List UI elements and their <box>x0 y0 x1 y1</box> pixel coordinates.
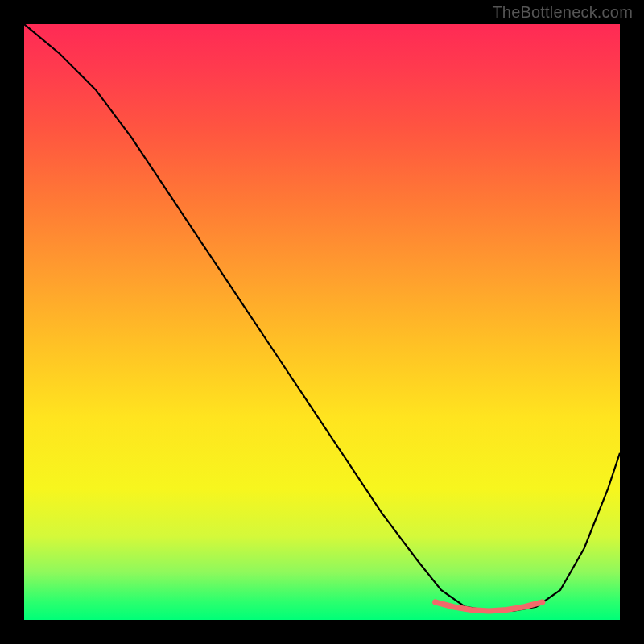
highlight-band-path <box>436 602 543 611</box>
bottleneck-curve-path <box>24 24 620 611</box>
chart-lines <box>24 24 620 620</box>
chart-plot-area <box>24 24 620 620</box>
watermark-label: TheBottleneck.com <box>492 3 633 22</box>
